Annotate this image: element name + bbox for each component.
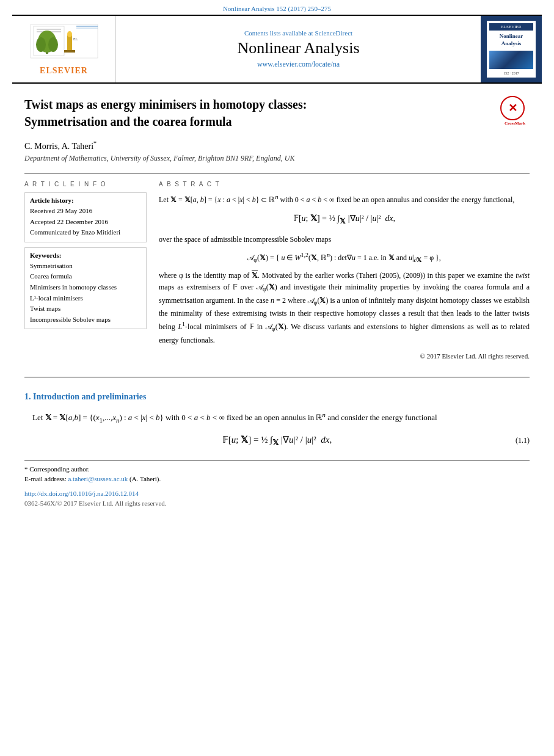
journal-cover-area: ELSEVIER NonlinearAnalysis 152 · 2017 xyxy=(481,16,542,82)
svg-text:EL: EL xyxy=(73,37,78,41)
intro-formula: 𝔽[u; 𝕏] = ½ ∫𝕏 |∇u|² / |u|² dx, xyxy=(222,434,332,448)
history-title: Article history: xyxy=(30,197,141,204)
svg-point-9 xyxy=(67,31,72,37)
keyword-6: Incompressible Sobolev maps xyxy=(30,314,141,325)
journal-title: Nonlinear Analysis xyxy=(237,39,359,57)
corresponding-note: * Corresponding author. xyxy=(24,465,530,473)
cover-top-bar: ELSEVIER xyxy=(489,23,533,31)
authors-line: C. Morris, A. Taheri* xyxy=(24,140,530,151)
section-heading: 1. Introduction and preliminaries xyxy=(24,392,530,402)
abstract-text3: where φ is the identity map of 𝕏. Motiva… xyxy=(159,270,530,346)
contents-available: Contents lists available at ScienceDirec… xyxy=(244,29,352,37)
title-line2: Symmetrisation and the coarea formula xyxy=(24,115,232,128)
keyword-5: Twist maps xyxy=(30,303,141,314)
received-date: Received 29 May 2016 xyxy=(30,206,141,217)
title-line1: Twist maps as energy minimisers in homot… xyxy=(24,98,307,111)
accepted-date: Accepted 22 December 2016 xyxy=(30,217,141,228)
affiliation: Department of Mathematics, University of… xyxy=(24,154,530,163)
svg-point-7 xyxy=(48,37,58,52)
svg-rect-10 xyxy=(64,50,75,53)
crossmark-circle: ✕ xyxy=(500,96,525,120)
citation-bar: Nonlinear Analysis 152 (2017) 250–275 xyxy=(0,0,554,15)
journal-cover-thumbnail: ELSEVIER NonlinearAnalysis 152 · 2017 xyxy=(487,21,536,78)
section-number: 1. xyxy=(24,392,31,401)
section-title: Introduction and preliminaries xyxy=(33,392,146,401)
cover-journal-title: NonlinearAnalysis xyxy=(500,33,523,47)
divider-after-authors xyxy=(24,173,530,173)
journal-url[interactable]: www.elsevier.com/locate/na xyxy=(257,60,340,69)
article-info-column: A R T I C L E I N F O Article history: R… xyxy=(24,181,147,367)
crossmark-symbol: ✕ xyxy=(508,101,517,116)
keywords-box: Keywords: Symmetrisation Coarea formula … xyxy=(24,247,147,330)
corresponding-star: * xyxy=(93,140,97,147)
crossmark-logo: ✕ CrossMark xyxy=(500,96,530,125)
main-content: Twist maps as energy minimisers in homot… xyxy=(24,84,530,448)
doi-link[interactable]: http://dx.doi.org/10.1016/j.na.2016.12.0… xyxy=(24,490,139,497)
svg-point-6 xyxy=(36,37,46,52)
introduction-section: 1. Introduction and preliminaries Let 𝕏 … xyxy=(24,392,530,448)
email-suffix: (A. Taheri). xyxy=(129,475,161,482)
abstract-text2: over the space of admissible incompressi… xyxy=(159,234,530,245)
article-info-abstract: A R T I C L E I N F O Article history: R… xyxy=(24,181,530,367)
keyword-1: Symmetrisation xyxy=(30,261,141,272)
keyword-2: Coarea formula xyxy=(30,271,141,282)
abstract-column: A B S T R A C T Let 𝕏 = 𝕏[a, b] = {x : a… xyxy=(159,181,530,367)
communicated-by: Communicated by Enzo Mitidieri xyxy=(30,227,141,238)
footer-links: http://dx.doi.org/10.1016/j.na.2016.12.0… xyxy=(24,490,530,497)
publisher-logo-area: EL ELSEVIER xyxy=(12,16,116,82)
citation-text: Nonlinear Analysis 152 (2017) 250–275 xyxy=(223,5,331,12)
abstract-text1: Let 𝕏 = 𝕏[a, b] = {x : a < |x| < b} ⊂ ℝn… xyxy=(159,192,530,206)
svg-rect-8 xyxy=(67,35,72,51)
email-note: E-mail address: a.taheri@sussex.ac.uk (A… xyxy=(24,475,530,482)
footer: * Corresponding author. E-mail address: … xyxy=(24,460,530,507)
journal-info-center: Contents lists available at ScienceDirec… xyxy=(116,16,481,82)
cover-footer: 152 · 2017 xyxy=(503,71,519,75)
copyright-text: © 2017 Elsevier Ltd. All rights reserved… xyxy=(159,351,530,362)
article-info-label: A R T I C L E I N F O xyxy=(24,181,147,187)
crossmark-label: CrossMark xyxy=(500,121,530,127)
elsevier-logo: EL ELSEVIER xyxy=(27,23,101,76)
star-note: * Corresponding author. xyxy=(24,465,90,473)
issn-copyright: 0362-546X/© 2017 Elsevier Ltd. All right… xyxy=(24,500,530,507)
abstract-formula1: 𝔽[u; 𝕏] = ½ ∫𝕏 |∇u|² / |u|² dx, xyxy=(159,212,530,227)
keyword-4: L¹-local minimisers xyxy=(30,293,141,304)
history-box: Article history: Received 29 May 2016 Ac… xyxy=(24,192,147,242)
journal-header: EL ELSEVIER Contents lists available at … xyxy=(12,15,542,84)
keywords-title: Keywords: xyxy=(30,252,141,259)
cover-image xyxy=(489,51,533,69)
paper-title: Twist maps as energy minimisers in homot… xyxy=(24,96,530,130)
elsevier-logo-svg: EL xyxy=(27,23,101,66)
divider-before-intro xyxy=(24,377,530,377)
email-label: E-mail address: xyxy=(24,475,67,482)
equation-number: (1.1) xyxy=(516,436,530,445)
keyword-3: Minimisers in homotopy classes xyxy=(30,282,141,293)
intro-equation: 𝔽[u; 𝕏] = ½ ∫𝕏 |∇u|² / |u|² dx, (1.1) xyxy=(24,434,530,448)
sciencedirect-link[interactable]: ScienceDirect xyxy=(315,29,352,37)
email-link[interactable]: a.taheri@sussex.ac.uk xyxy=(68,475,128,482)
elsevier-name: ELSEVIER xyxy=(40,66,88,76)
intro-paragraph: Let 𝕏 = 𝕏[a,b] = {(x1,...,xn) : a < |x| … xyxy=(24,409,530,426)
abstract-label: A B S T R A C T xyxy=(159,181,530,187)
authors-text: C. Morris, A. Taheri* xyxy=(24,142,97,151)
abstract-formula2: 𝒜φ(𝕏) = { u ∈ W1,2(𝕏, ℝn) : det∇u = 1 a.… xyxy=(159,250,530,265)
abstract-body: Let 𝕏 = 𝕏[a, b] = {x : a < |x| < b} ⊂ ℝn… xyxy=(159,192,530,362)
